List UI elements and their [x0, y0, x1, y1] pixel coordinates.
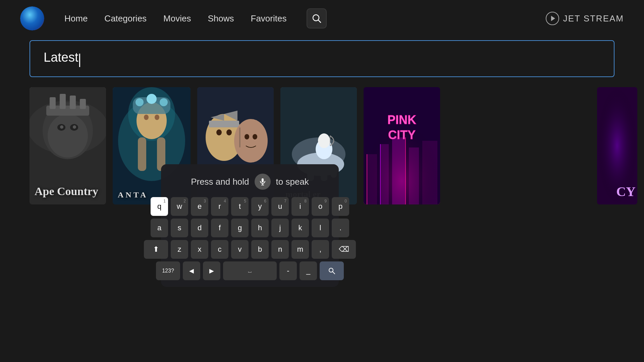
brand-icon: [546, 12, 559, 25]
svg-rect-26: [138, 137, 146, 171]
key-h[interactable]: h: [251, 219, 269, 237]
svg-rect-36: [239, 127, 240, 147]
key-x[interactable]: x: [191, 240, 208, 259]
svg-point-10: [73, 125, 76, 129]
key-left[interactable]: ◀: [183, 261, 200, 280]
svg-point-25: [160, 98, 168, 106]
key-period[interactable]: .: [332, 219, 349, 237]
key-backspace[interactable]: ⌫: [332, 240, 356, 259]
key-r[interactable]: 4r: [211, 197, 228, 216]
key-t[interactable]: 5t: [231, 197, 249, 216]
svg-line-1: [318, 20, 321, 22]
key-search[interactable]: [320, 261, 344, 280]
key-right[interactable]: ▶: [203, 261, 220, 280]
svg-point-9: [60, 125, 63, 129]
search-container: Latest: [30, 40, 614, 77]
key-o[interactable]: 9o: [312, 197, 329, 216]
nav-shows[interactable]: Shows: [208, 13, 234, 24]
key-f[interactable]: f: [211, 219, 228, 237]
svg-rect-12: [50, 97, 56, 109]
svg-point-23: [136, 98, 144, 106]
mic-button[interactable]: [255, 174, 271, 190]
brand: JET STREAM: [546, 12, 624, 25]
key-v[interactable]: v: [231, 240, 249, 259]
svg-point-44: [318, 133, 330, 148]
brand-name: JET STREAM: [563, 13, 624, 24]
key-n[interactable]: n: [271, 240, 289, 259]
movie-card-ape-country[interactable]: Ape Country: [30, 87, 106, 204]
nav-home[interactable]: Home: [64, 13, 88, 24]
svg-point-31: [226, 129, 232, 135]
nav-categories[interactable]: Categories: [104, 13, 147, 24]
search-box[interactable]: Latest: [30, 40, 614, 77]
search-button[interactable]: [307, 8, 327, 28]
svg-rect-14: [70, 96, 76, 109]
key-y[interactable]: 6y: [251, 197, 269, 216]
key-m[interactable]: m: [291, 240, 309, 259]
voice-hint: Press and hold to speak: [171, 174, 329, 190]
key-i[interactable]: 8i: [291, 197, 309, 216]
key-g[interactable]: g: [231, 219, 249, 237]
keyboard-row-2: a s d f g h j k l .: [171, 219, 329, 237]
key-l[interactable]: l: [312, 219, 329, 237]
nav-links: Home Categories Movies Shows Favorites: [64, 8, 546, 28]
key-q[interactable]: 1q: [151, 197, 168, 216]
key-p[interactable]: 0p: [332, 197, 349, 216]
navbar: Home Categories Movies Shows Favorites J…: [0, 0, 644, 37]
svg-point-21: [155, 115, 159, 120]
logo[interactable]: [20, 6, 44, 31]
svg-point-24: [147, 94, 157, 104]
keyboard-row-4: 123? ◀ ▶ ⎵ - _: [171, 261, 329, 280]
svg-point-30: [216, 129, 222, 135]
nav-movies[interactable]: Movies: [163, 13, 191, 24]
svg-rect-57: [364, 87, 440, 204]
key-u[interactable]: 7u: [271, 197, 289, 216]
key-z[interactable]: z: [171, 240, 188, 259]
svg-rect-15: [80, 99, 86, 109]
key-dash[interactable]: -: [279, 261, 297, 280]
key-123[interactable]: 123?: [156, 261, 180, 280]
keyboard-row-3: ⬆ z x c v b n m , ⌫: [171, 240, 329, 259]
key-k[interactable]: k: [291, 219, 309, 237]
key-w[interactable]: 2w: [171, 197, 188, 216]
svg-line-64: [333, 272, 335, 274]
voice-keyboard-overlay: Press and hold to speak 1q 2w 3e 4r 5t 6…: [161, 164, 339, 287]
key-underscore[interactable]: _: [300, 261, 317, 280]
movie-title-ape-country: Ape Country: [35, 185, 101, 197]
keyboard-row-1: 1q 2w 3e 4r 5t 6y 7u 8i 9o 0p: [171, 197, 329, 216]
key-b[interactable]: b: [251, 240, 269, 259]
movie-card-partial[interactable]: CY: [597, 87, 637, 204]
movie-card-pink-city[interactable]: PINK CITY: [364, 87, 440, 204]
svg-point-35: [253, 134, 257, 139]
key-e[interactable]: 3e: [191, 197, 208, 216]
nav-favorites[interactable]: Favorites: [251, 13, 287, 24]
svg-marker-2: [551, 16, 555, 21]
svg-rect-13: [60, 94, 66, 109]
text-cursor: [79, 54, 80, 67]
svg-point-6: [48, 114, 88, 158]
voice-hint-after: to speak: [276, 177, 309, 187]
svg-rect-32: [209, 121, 239, 127]
keyboard: 1q 2w 3e 4r 5t 6y 7u 8i 9o 0p a s d f g …: [171, 197, 329, 280]
key-c[interactable]: c: [211, 240, 228, 259]
search-query: Latest: [44, 50, 78, 64]
key-s[interactable]: s: [171, 219, 188, 237]
key-comma[interactable]: ,: [312, 240, 329, 259]
key-a[interactable]: a: [151, 219, 168, 237]
svg-point-20: [144, 115, 149, 120]
voice-hint-before: Press and hold: [191, 177, 249, 187]
key-j[interactable]: j: [271, 219, 289, 237]
key-d[interactable]: d: [191, 219, 208, 237]
svg-rect-60: [262, 178, 264, 182]
movie-title-partial: CY: [616, 184, 636, 199]
key-space[interactable]: ⎵: [223, 261, 277, 280]
svg-point-34: [245, 134, 249, 139]
key-shift[interactable]: ⬆: [144, 240, 168, 259]
